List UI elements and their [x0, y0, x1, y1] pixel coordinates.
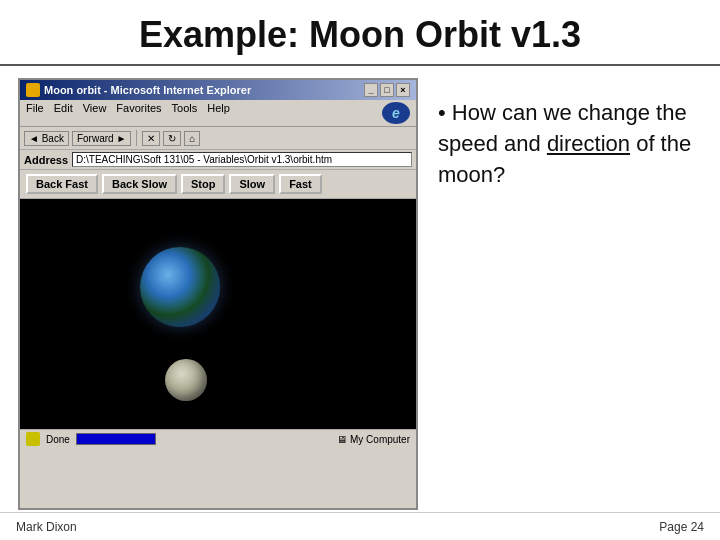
menu-favorites[interactable]: Favorites	[116, 102, 161, 124]
menu-tools[interactable]: Tools	[172, 102, 198, 124]
footer: Mark Dixon Page 24	[0, 512, 720, 540]
minimize-button[interactable]: _	[364, 83, 378, 97]
address-bar-row: Address D:\TEACHING\Soft 131\05 - Variab…	[20, 150, 416, 170]
back-slow-button[interactable]: Back Slow	[102, 174, 177, 194]
menu-view[interactable]: View	[83, 102, 107, 124]
footer-page: Page 24	[659, 520, 704, 534]
sim-controls: Back Fast Back Slow Stop Slow Fast	[20, 170, 416, 199]
stop-button[interactable]: ✕	[142, 131, 160, 146]
content-area: Moon orbit - Microsoft Internet Explorer…	[0, 66, 720, 518]
home-button[interactable]: ⌂	[184, 131, 200, 146]
titlebar-left: Moon orbit - Microsoft Internet Explorer	[26, 83, 251, 97]
browser-window: Moon orbit - Microsoft Internet Explorer…	[18, 78, 418, 510]
titlebar-buttons: _ □ ×	[364, 83, 410, 97]
forward-button[interactable]: Forward ►	[72, 131, 131, 146]
sim-canvas	[20, 199, 416, 429]
moon-graphic	[165, 359, 207, 401]
fast-button[interactable]: Fast	[279, 174, 322, 194]
titlebar-text: Moon orbit - Microsoft Internet Explorer	[44, 84, 251, 96]
back-button[interactable]: ◄ Back	[24, 131, 69, 146]
menu-help[interactable]: Help	[207, 102, 230, 124]
computer-label: My Computer	[350, 434, 410, 445]
browser-menubar: File Edit View Favorites Tools Help e	[20, 100, 416, 127]
slow-button[interactable]: Slow	[229, 174, 275, 194]
stop-sim-button[interactable]: Stop	[181, 174, 225, 194]
menu-edit[interactable]: Edit	[54, 102, 73, 124]
browser-titlebar: Moon orbit - Microsoft Internet Explorer…	[20, 80, 416, 100]
browser-toolbar: ◄ Back Forward ► ✕ ↻ ⌂	[20, 127, 416, 150]
status-icon	[26, 432, 40, 446]
address-input[interactable]: D:\TEACHING\Soft 131\05 - Variables\Orbi…	[72, 152, 412, 167]
toolbar-separator	[136, 130, 137, 146]
ie-logo: e	[382, 102, 410, 124]
status-text: Done	[46, 434, 70, 445]
earth-graphic	[140, 247, 220, 327]
maximize-button[interactable]: □	[380, 83, 394, 97]
status-progress-bar	[76, 433, 156, 445]
menu-file[interactable]: File	[26, 102, 44, 124]
back-fast-button[interactable]: Back Fast	[26, 174, 98, 194]
browser-statusbar: Done 🖥 My Computer	[20, 429, 416, 448]
browser-icon	[26, 83, 40, 97]
bullet-point: • How can we change the speed and direct…	[438, 98, 702, 190]
refresh-button[interactable]: ↻	[163, 131, 181, 146]
address-label: Address	[24, 154, 68, 166]
right-content: • How can we change the speed and direct…	[438, 78, 702, 510]
close-button[interactable]: ×	[396, 83, 410, 97]
direction-underline: direction	[547, 131, 630, 156]
footer-author: Mark Dixon	[16, 520, 77, 534]
page-title: Example: Moon Orbit v1.3	[0, 0, 720, 66]
status-computer: 🖥 My Computer	[337, 434, 410, 445]
